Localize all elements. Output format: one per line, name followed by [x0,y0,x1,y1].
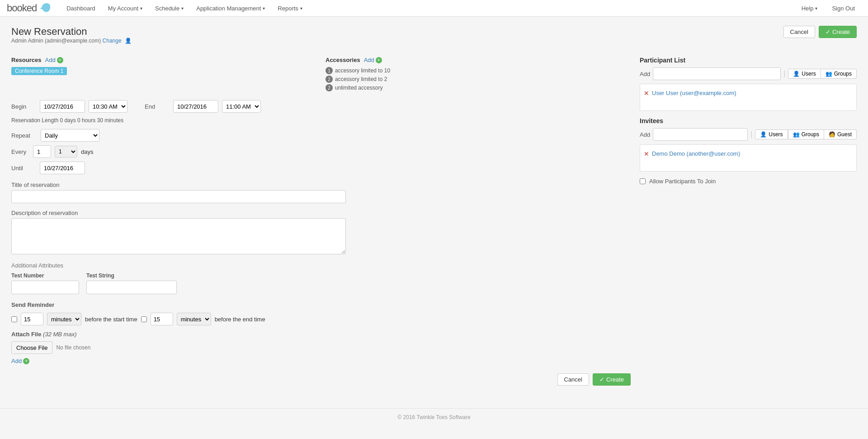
list-item: 2 accessory limited to 2 [326,76,631,83]
create-check-icon-bottom: ✓ [599,376,604,383]
every-unit-select[interactable]: 1 2 3 [55,146,77,157]
add-invitee-row: Add | 👤 Users 👥 Groups 🧑 [640,128,857,141]
add-accessory-link[interactable]: Add + [364,57,382,63]
conference-room-tag[interactable]: Conference Room 1 [11,67,67,75]
file-input-row: Choose File No file chosen [11,341,631,354]
participant-users-icon: 👤 [793,71,800,77]
allow-participants-checkbox[interactable] [640,178,646,184]
begin-end-row: Begin 10:30 AM 11:00 AM End 11:00 AM 11:… [11,100,631,113]
resources-header-row: Resources Add + [11,57,316,63]
participant-btn-group: 👤 Users 👥 Groups [788,69,857,79]
nav-my-account[interactable]: My Account ▾ [102,0,149,17]
invitee-name: Demo Demo (another@user.com) [652,150,740,157]
reservation-length-label: Reservation Length [11,117,58,124]
invitee-area: ✕ Demo Demo (another@user.com) [640,144,857,172]
end-minutes-input[interactable] [151,313,173,325]
title-field-block: Title of reservation [11,181,631,203]
invitee-groups-button[interactable]: 👥 Groups [788,129,824,139]
remove-invitee-button[interactable]: ✕ [644,151,649,157]
test-number-label: Test Number [11,272,79,279]
accessories-label: Accessories [326,57,360,63]
choose-file-button[interactable]: Choose File [11,341,52,354]
footer: © 2016 Twinkle Toes Software [0,408,868,426]
attach-file-header: Attach File (32 MB max) [11,331,631,338]
participant-list-label: Participant List [640,57,857,64]
start-reminder-checkbox[interactable] [11,316,17,322]
create-check-icon: ✓ [826,29,830,35]
create-button-top[interactable]: ✓ Create [819,26,857,38]
nav-sign-out[interactable]: Sign Out [826,0,861,17]
end-date-input[interactable] [173,100,218,113]
additional-attributes-header: Additional Attributes [11,262,631,269]
invitee-btn-group: 👤 Users 👥 Groups 🧑 Guest [755,129,857,139]
invitee-add-text: Add [640,131,650,138]
invitee-guest-icon: 🧑 [829,131,835,138]
end-unit-select[interactable]: minutes hours [177,313,211,325]
add-file-link[interactable]: Add + [11,358,29,364]
description-field-block: Description of reservation [11,210,631,256]
test-string-input[interactable] [86,281,177,294]
change-user-link[interactable]: Change [103,38,122,44]
start-reminder-text: before the start time [85,316,137,323]
reservation-length-value: 0 days 0 hours 30 minutes [60,117,123,124]
every-value-input[interactable] [33,145,51,158]
left-column: Resources Add + Conference Room 1 Access… [11,57,631,386]
add-resource-link[interactable]: Add + [45,57,63,63]
nav-right: Help ▾ Sign Out [795,0,861,17]
end-time-select[interactable]: 11:00 AM 11:30 AM [222,100,261,113]
nav-dashboard[interactable]: Dashboard [60,0,102,17]
participant-groups-icon: 👥 [826,71,832,77]
participant-entry: ✕ User User (user@example.com) [644,88,853,98]
participant-users-button[interactable]: 👤 Users [788,69,821,79]
add-file-icon: + [23,358,29,364]
until-row: Until [11,162,631,174]
invitee-users-button[interactable]: 👤 Users [755,129,788,139]
navbar: booked Dashboard My Account ▾ Schedule ▾… [0,0,868,17]
accessories-section: Accessories Add + 1 accessory limited to… [326,57,631,93]
invitees-label: Invitees [640,117,857,124]
list-item: 2 unlimited accessory [326,84,631,91]
start-reminder-row: minutes hours before the start time minu… [11,313,631,325]
end-reminder-checkbox[interactable] [141,316,147,322]
participant-name: User User (user@example.com) [652,90,736,96]
page-title-block: New Reservation Admin Admin (admin@examp… [11,26,132,52]
participant-add-text: Add [640,71,650,77]
bottom-actions: Cancel ✓ Create [11,373,631,386]
page-content: New Reservation Admin Admin (admin@examp… [0,17,868,395]
repeat-label: Repeat [11,132,36,139]
start-minutes-input[interactable] [21,313,43,325]
begin-date-input[interactable] [40,100,85,113]
resources-label: Resources [11,57,41,63]
description-textarea[interactable] [11,218,346,254]
repeat-select[interactable]: Daily Weekly Monthly None [41,129,99,142]
until-date-input[interactable] [40,162,85,174]
nav-application-management[interactable]: Application Management ▾ [190,0,271,17]
title-input[interactable] [11,190,346,203]
footer-text: © 2016 Twinkle Toes Software [397,414,470,420]
invitee-search-input[interactable] [653,128,748,141]
page-header: New Reservation Admin Admin (admin@examp… [11,26,857,52]
start-unit-select[interactable]: minutes hours [47,313,81,325]
user-display: Admin Admin (admin@example.com) [11,38,101,44]
acc-text-3: unlimited accessory [335,85,382,91]
invitee-guest-button[interactable]: 🧑 Guest [824,129,857,139]
reservation-length: Reservation Length 0 days 0 hours 30 min… [11,117,631,124]
brand-logo[interactable]: booked [7,2,51,14]
participant-groups-button[interactable]: 👥 Groups [821,69,857,79]
cancel-button-bottom[interactable]: Cancel [557,373,589,386]
add-participant-row: Add | 👤 Users 👥 Groups [640,67,857,80]
acc-badge-2: 2 [326,76,333,83]
nav-help[interactable]: Help ▾ [795,0,824,17]
test-number-input[interactable] [11,281,79,294]
begin-time-select[interactable]: 10:30 AM 11:00 AM [89,100,127,113]
main-layout: Resources Add + Conference Room 1 Access… [11,57,857,386]
create-button-bottom[interactable]: ✓ Create [593,373,631,386]
help-caret-icon: ▾ [815,6,817,11]
nav-reports[interactable]: Reports ▾ [271,0,309,17]
brand-name: booked [7,2,37,14]
accessories-list: 1 accessory limited to 10 2 accessory li… [326,67,631,91]
remove-participant-button[interactable]: ✕ [644,90,649,96]
participant-search-input[interactable] [653,67,781,80]
nav-schedule[interactable]: Schedule ▾ [149,0,190,17]
cancel-button-top[interactable]: Cancel [783,26,815,38]
